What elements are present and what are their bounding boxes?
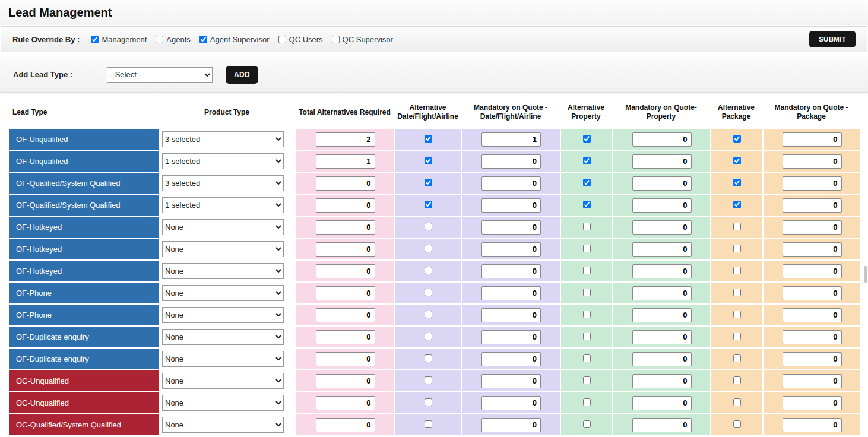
- mandatory-quote-dfa-input[interactable]: [481, 330, 541, 344]
- alternative-dfa-checkbox[interactable]: [425, 201, 432, 208]
- rule-override-checkbox[interactable]: [332, 36, 340, 43]
- rule-override-option-qc-users[interactable]: QC Users: [278, 35, 323, 44]
- mandatory-quote-dfa-input[interactable]: [481, 418, 541, 432]
- mandatory-quote-package-input[interactable]: [783, 308, 842, 322]
- alternative-dfa-checkbox[interactable]: [425, 376, 432, 384]
- alternative-dfa-checkbox[interactable]: [425, 267, 432, 274]
- alternative-property-checkbox[interactable]: [583, 376, 591, 384]
- rule-override-option-agents[interactable]: Agents: [156, 35, 190, 44]
- mandatory-quote-dfa-input[interactable]: [481, 396, 541, 410]
- rule-override-checkbox[interactable]: [199, 36, 207, 43]
- alternative-package-checkbox[interactable]: [733, 267, 741, 274]
- total-alternatives-input[interactable]: [316, 396, 375, 410]
- mandatory-quote-property-input[interactable]: [632, 242, 692, 256]
- mandatory-quote-property-input[interactable]: [632, 198, 692, 213]
- product-type-select[interactable]: 3 selected: [162, 131, 284, 147]
- mandatory-quote-property-input[interactable]: [632, 154, 692, 169]
- mandatory-quote-property-input[interactable]: [632, 374, 692, 388]
- product-type-select[interactable]: None: [162, 263, 284, 279]
- mandatory-quote-dfa-input[interactable]: [481, 242, 541, 256]
- product-type-select[interactable]: 1 selected: [162, 153, 284, 169]
- rule-override-checkbox[interactable]: [278, 36, 286, 43]
- alternative-property-checkbox[interactable]: [583, 179, 591, 186]
- total-alternatives-input[interactable]: [316, 154, 375, 169]
- alternative-dfa-checkbox[interactable]: [425, 179, 432, 186]
- mandatory-quote-property-input[interactable]: [632, 286, 692, 300]
- alternative-property-checkbox[interactable]: [583, 398, 591, 406]
- alternative-dfa-checkbox[interactable]: [425, 420, 432, 428]
- product-type-select[interactable]: None: [162, 395, 284, 411]
- alternative-package-checkbox[interactable]: [733, 332, 741, 340]
- alternative-property-checkbox[interactable]: [583, 420, 591, 428]
- add-lead-type-select[interactable]: --Select--: [107, 67, 213, 83]
- total-alternatives-input[interactable]: [316, 264, 375, 278]
- mandatory-quote-dfa-input[interactable]: [481, 154, 541, 169]
- mandatory-quote-package-input[interactable]: [783, 176, 842, 191]
- rule-override-option-agent-supervisor[interactable]: Agent Supervisor: [199, 35, 270, 44]
- rule-override-option-qc-supervisor[interactable]: QC Supervisor: [332, 35, 393, 44]
- mandatory-quote-property-input[interactable]: [632, 418, 692, 432]
- product-type-select[interactable]: None: [162, 329, 284, 345]
- product-type-select[interactable]: None: [162, 373, 284, 389]
- product-type-select[interactable]: None: [162, 219, 284, 235]
- mandatory-quote-package-input[interactable]: [783, 154, 842, 169]
- mandatory-quote-package-input[interactable]: [783, 418, 842, 432]
- alternative-dfa-checkbox[interactable]: [425, 223, 432, 230]
- mandatory-quote-dfa-input[interactable]: [481, 176, 541, 191]
- product-type-select[interactable]: None: [162, 417, 284, 433]
- alternative-package-checkbox[interactable]: [733, 376, 741, 384]
- alternative-property-checkbox[interactable]: [583, 157, 591, 164]
- mandatory-quote-dfa-input[interactable]: [481, 198, 541, 213]
- mandatory-quote-property-input[interactable]: [632, 330, 692, 344]
- total-alternatives-input[interactable]: [316, 374, 375, 388]
- mandatory-quote-dfa-input[interactable]: [481, 308, 541, 322]
- total-alternatives-input[interactable]: [316, 418, 375, 432]
- alternative-package-checkbox[interactable]: [733, 289, 741, 296]
- total-alternatives-input[interactable]: [316, 220, 375, 235]
- alternative-package-checkbox[interactable]: [733, 135, 741, 142]
- total-alternatives-input[interactable]: [316, 330, 375, 344]
- total-alternatives-input[interactable]: [316, 176, 375, 191]
- mandatory-quote-dfa-input[interactable]: [481, 286, 541, 300]
- mandatory-quote-dfa-input[interactable]: [481, 264, 541, 278]
- alternative-package-checkbox[interactable]: [733, 179, 741, 186]
- mandatory-quote-property-input[interactable]: [632, 264, 692, 278]
- mandatory-quote-dfa-input[interactable]: [481, 374, 541, 388]
- mandatory-quote-property-input[interactable]: [632, 176, 692, 191]
- total-alternatives-input[interactable]: [316, 198, 375, 213]
- rule-override-checkbox[interactable]: [156, 36, 163, 43]
- alternative-property-checkbox[interactable]: [583, 354, 591, 362]
- alternative-property-checkbox[interactable]: [583, 135, 591, 142]
- mandatory-quote-package-input[interactable]: [783, 330, 842, 344]
- alternative-dfa-checkbox[interactable]: [425, 332, 432, 340]
- mandatory-quote-package-input[interactable]: [783, 352, 842, 366]
- alternative-property-checkbox[interactable]: [583, 201, 591, 208]
- alternative-package-checkbox[interactable]: [733, 245, 741, 252]
- product-type-select[interactable]: 3 selected: [162, 175, 284, 191]
- alternative-property-checkbox[interactable]: [583, 311, 591, 318]
- add-button[interactable]: ADD: [226, 66, 258, 84]
- product-type-select[interactable]: None: [162, 351, 284, 367]
- alternative-package-checkbox[interactable]: [733, 420, 741, 428]
- alternative-package-checkbox[interactable]: [733, 398, 741, 406]
- mandatory-quote-dfa-input[interactable]: [481, 352, 541, 366]
- alternative-dfa-checkbox[interactable]: [425, 157, 432, 164]
- alternative-package-checkbox[interactable]: [733, 311, 741, 318]
- product-type-select[interactable]: None: [162, 307, 284, 323]
- mandatory-quote-dfa-input[interactable]: [481, 132, 541, 147]
- alternative-dfa-checkbox[interactable]: [425, 311, 432, 318]
- alternative-property-checkbox[interactable]: [583, 267, 591, 274]
- mandatory-quote-property-input[interactable]: [632, 352, 692, 366]
- product-type-select[interactable]: 1 selected: [162, 197, 284, 213]
- mandatory-quote-property-input[interactable]: [632, 396, 692, 410]
- mandatory-quote-package-input[interactable]: [783, 396, 842, 410]
- alternative-package-checkbox[interactable]: [733, 157, 741, 164]
- alternative-property-checkbox[interactable]: [583, 223, 591, 230]
- vertical-scrollbar-thumb[interactable]: [864, 266, 867, 283]
- alternative-dfa-checkbox[interactable]: [425, 289, 432, 296]
- total-alternatives-input[interactable]: [316, 286, 375, 300]
- alternative-property-checkbox[interactable]: [583, 245, 591, 252]
- mandatory-quote-package-input[interactable]: [783, 220, 842, 235]
- mandatory-quote-package-input[interactable]: [783, 264, 842, 278]
- mandatory-quote-dfa-input[interactable]: [481, 220, 541, 235]
